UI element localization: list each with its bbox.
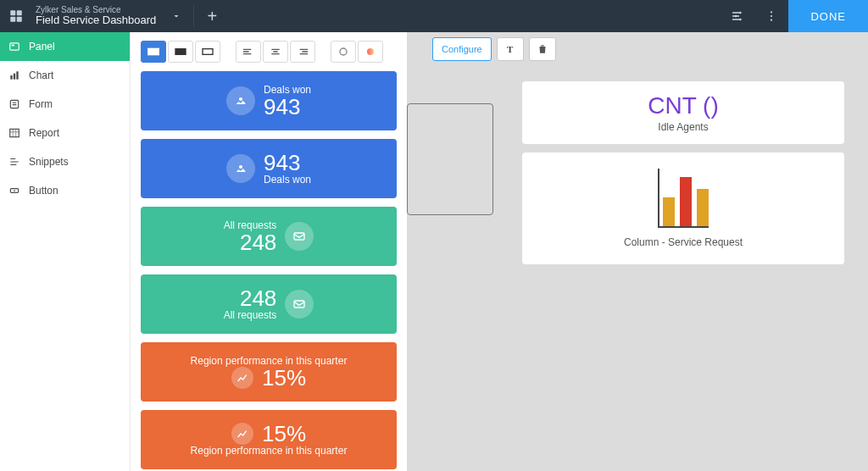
sidebar-item-chart[interactable]: Chart [0, 61, 130, 90]
dashboard-dropdown[interactable] [164, 4, 188, 28]
panel-sample-green-2[interactable]: 248 All requests [141, 274, 397, 334]
topbar-left: Zylker Sales & Service Field Service Das… [0, 0, 225, 32]
sidebar-item-label: Chart [29, 69, 53, 81]
svg-point-24 [367, 48, 374, 55]
widget-subtitle: Idle Agents [658, 121, 708, 133]
svg-rect-3 [17, 17, 22, 22]
svg-rect-13 [14, 74, 15, 80]
panel-sample-orange-2[interactable]: 15% Region performance in this quarter [141, 410, 397, 469]
sidebar-item-snippets[interactable]: Snippets [0, 147, 130, 176]
panel-label: Deals won [264, 174, 311, 186]
sidebar-item-label: Panel [29, 41, 55, 53]
style-fill-button[interactable] [141, 41, 166, 63]
snippet-icon [8, 156, 20, 168]
widget-title: CNT () [648, 92, 718, 119]
panel-label: Deals won [264, 84, 311, 96]
svg-rect-27 [294, 233, 304, 240]
panel-value: 943 [264, 96, 300, 118]
form-icon [8, 98, 20, 110]
panel-value: 248 [240, 231, 276, 253]
graph-icon [231, 367, 253, 389]
delete-button[interactable] [529, 37, 556, 61]
svg-rect-11 [12, 45, 15, 47]
style-dark-button[interactable] [168, 41, 193, 63]
sun-icon [226, 154, 255, 183]
align-right-button[interactable] [290, 41, 315, 63]
mail-icon [285, 290, 314, 319]
svg-rect-28 [294, 301, 304, 308]
svg-rect-10 [10, 43, 19, 50]
panel-label: Region performance in this quarter [191, 355, 348, 367]
panel-sample-blue-1[interactable]: Deals won 943 [141, 71, 397, 130]
more-menu-icon[interactable] [754, 0, 788, 32]
text-button[interactable]: T [497, 37, 524, 61]
dashboard-icon [0, 0, 32, 32]
dashboard-title-block: Zylker Sales & Service Field Service Das… [32, 3, 164, 28]
panel-value: 248 [240, 287, 276, 309]
svg-rect-20 [175, 48, 186, 55]
color-outline-button[interactable] [331, 41, 356, 63]
color-fill-button[interactable] [358, 41, 383, 63]
svg-rect-16 [10, 129, 19, 136]
panel-value: 15% [262, 367, 306, 389]
align-center-button[interactable] [263, 41, 288, 63]
sidebar-item-label: Button [29, 185, 58, 197]
divider [193, 5, 194, 27]
trash-icon [537, 43, 548, 55]
svg-rect-2 [10, 17, 15, 22]
svg-rect-22 [203, 49, 213, 53]
settings-sliders-icon[interactable] [721, 0, 754, 32]
configure-button[interactable]: Configure [432, 37, 492, 61]
panel-value: 15% [262, 423, 306, 445]
selected-widget-placeholder[interactable] [407, 103, 493, 215]
bar-chart-icon [658, 169, 709, 228]
svg-point-9 [771, 19, 772, 21]
library-toolbar [141, 41, 397, 63]
sun-icon [226, 86, 255, 115]
sidebar-item-report[interactable]: Report [0, 119, 130, 147]
panel-library: Deals won 943 943 Deals won All requests… [131, 32, 407, 471]
chart-icon [8, 69, 20, 81]
sidebar-item-label: Form [29, 98, 53, 110]
svg-point-18 [14, 190, 15, 191]
component-sidebar: Panel Chart Form Report Snippets Button [0, 32, 131, 471]
done-button[interactable]: DONE [788, 0, 868, 32]
svg-rect-12 [10, 75, 12, 80]
dashboard-canvas[interactable]: Configure T CNT () Idle Agents Column - … [407, 32, 868, 471]
svg-point-8 [771, 15, 772, 17]
svg-rect-0 [10, 10, 15, 15]
panel-sample-blue-2[interactable]: 943 Deals won [141, 139, 397, 198]
dashboard-name: Field Service Dashboard [36, 14, 156, 26]
align-left-button[interactable] [236, 41, 261, 63]
widget-caption: Column - Service Request [624, 236, 743, 248]
sidebar-item-label: Report [29, 127, 59, 139]
panel-label: Region performance in this quarter [191, 445, 348, 457]
topbar-right: DONE [721, 0, 868, 32]
style-outline-button[interactable] [195, 41, 220, 63]
svg-point-5 [735, 15, 737, 18]
widget-idle-agents[interactable]: CNT () Idle Agents [522, 81, 844, 144]
panel-label: All requests [224, 219, 277, 231]
canvas-widget-toolbar: Configure T [432, 37, 556, 61]
panel-label: All requests [224, 309, 277, 321]
graph-icon [231, 423, 253, 445]
svg-point-6 [739, 19, 742, 21]
topbar: Zylker Sales & Service Field Service Das… [0, 0, 868, 32]
add-dashboard-button[interactable]: + [199, 3, 225, 29]
panel-icon [8, 41, 20, 53]
svg-rect-1 [17, 10, 22, 15]
report-icon [8, 127, 20, 139]
widget-service-request-chart[interactable]: Column - Service Request [522, 152, 844, 264]
svg-rect-14 [16, 71, 18, 79]
panel-value: 943 [264, 152, 300, 174]
panel-sample-orange-1[interactable]: Region performance in this quarter 15% [141, 342, 397, 402]
svg-point-26 [239, 165, 242, 169]
svg-point-23 [340, 48, 347, 55]
sidebar-item-panel[interactable]: Panel [0, 32, 130, 61]
panel-sample-green-1[interactable]: All requests 248 [141, 207, 397, 266]
svg-point-4 [739, 12, 742, 14]
svg-point-25 [239, 97, 242, 101]
button-icon [8, 185, 20, 197]
sidebar-item-button[interactable]: Button [0, 176, 130, 205]
sidebar-item-form[interactable]: Form [0, 90, 130, 119]
